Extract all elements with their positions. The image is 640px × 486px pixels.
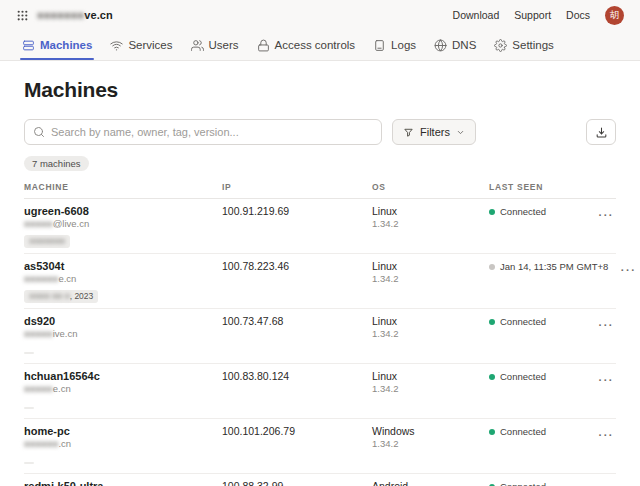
machine-owner-suffix: e.cn: [53, 383, 71, 394]
machine-name[interactable]: as5304t: [24, 260, 222, 273]
tab-label: Users: [209, 39, 239, 51]
machine-name[interactable]: ugreen-6608: [24, 205, 222, 218]
last-seen-cell: Connected: [489, 481, 586, 486]
column-header-os: OS: [372, 182, 489, 192]
status-dot: [489, 319, 495, 325]
tab-machines[interactable]: Machines: [13, 30, 101, 60]
filters-button[interactable]: Filters: [392, 119, 476, 145]
top-link-download[interactable]: Download: [453, 9, 500, 21]
search-icon: [33, 126, 45, 138]
machine-os-cell: Android 1.34.2: [372, 480, 489, 486]
machine-os-cell: Windows 1.34.2: [372, 425, 489, 450]
tailnet-switcher[interactable]: ■■■■■■■ve.cn: [16, 9, 113, 22]
chevron-down-icon: [456, 128, 465, 137]
export-machines-button[interactable]: [586, 119, 616, 145]
machine-owner: ■■■■■@live.cn: [24, 218, 222, 230]
last-seen-cell: Jan 14, 11:35 PM GMT+8: [489, 261, 608, 272]
search-box: [24, 119, 382, 145]
machine-name[interactable]: home-pc: [24, 425, 222, 438]
machine-badge: [24, 352, 34, 354]
machine-name[interactable]: hchuan16564c: [24, 370, 222, 383]
column-header-machine: MACHINE: [24, 182, 222, 192]
machine-owner-redacted: ■■■■■: [24, 383, 53, 394]
table-body: ugreen-6608 ■■■■■@live.cn ■■■■■■■ 100.91…: [24, 199, 616, 486]
machine-os: Windows: [372, 425, 489, 438]
last-seen-label: Connected: [500, 426, 546, 437]
last-seen-label: Jan 14, 11:35 PM GMT+8: [500, 261, 608, 272]
machine-ip[interactable]: 100.91.219.69: [222, 205, 372, 218]
tab-logs[interactable]: Logs: [364, 30, 425, 60]
machine-owner: ■■■■■ive.cn: [24, 328, 222, 340]
machine-name[interactable]: redmi-k50-ultra: [24, 480, 222, 486]
status-dot: [489, 374, 495, 380]
machine-version: 1.34.2: [372, 383, 489, 395]
wifi-icon: [110, 39, 123, 52]
tab-label: Machines: [40, 39, 92, 51]
table-row: ugreen-6608 ■■■■■@live.cn ■■■■■■■ 100.91…: [24, 199, 616, 254]
last-seen-cell: Connected: [489, 316, 586, 327]
last-seen-label: Connected: [500, 206, 546, 217]
tab-label: Logs: [391, 39, 416, 51]
last-seen-label: Connected: [500, 371, 546, 382]
machine-os: Linux: [372, 260, 489, 273]
top-link-support[interactable]: Support: [514, 9, 551, 21]
last-seen-label: Connected: [500, 316, 546, 327]
machine-os: Linux: [372, 370, 489, 383]
machine-ip[interactable]: 100.88.32.99: [222, 480, 372, 486]
last-seen-cell: Connected: [489, 371, 586, 382]
controls-row: Filters: [24, 119, 616, 145]
machine-ip[interactable]: 100.83.80.124: [222, 370, 372, 383]
table-row: as5304t ■■■■■■e.cn ■■■■ ■■ ■, 2023 100.7…: [24, 254, 616, 309]
machine-owner-suffix: .cn: [58, 438, 71, 449]
gear-icon: [494, 39, 507, 52]
machine-badge: ■■■■■■■: [24, 235, 70, 248]
machine-os: Android: [372, 480, 489, 486]
row-menu-button[interactable]: ···: [597, 319, 617, 332]
machine-owner-redacted: ■■■■■■: [24, 438, 58, 449]
row-menu-button[interactable]: ···: [597, 374, 617, 387]
last-seen-label: Connected: [500, 481, 546, 486]
machine-count-badge: 7 machines: [24, 156, 89, 171]
tab-access-controls[interactable]: Access controls: [248, 30, 365, 60]
table-row: ds920 ■■■■■ive.cn 100.73.47.68 Linux 1.3…: [24, 309, 616, 364]
machine-badge: [24, 407, 34, 409]
row-menu-button[interactable]: ···: [619, 264, 639, 277]
machine-cell: hchuan16564c ■■■■■e.cn: [24, 370, 222, 413]
column-header-ip: IP: [222, 182, 372, 192]
machine-version: 1.34.2: [372, 218, 489, 230]
tab-users[interactable]: Users: [182, 30, 248, 60]
logs-icon: [373, 39, 386, 52]
top-links: DownloadSupportDocs胡: [453, 6, 624, 25]
machine-owner: ■■■■■■e.cn: [24, 273, 222, 285]
machine-os-cell: Linux 1.34.2: [372, 205, 489, 230]
tab-services[interactable]: Services: [101, 30, 181, 60]
machine-os-cell: Linux 1.34.2: [372, 370, 489, 395]
page-title: Machines: [24, 78, 616, 102]
row-menu-button[interactable]: ···: [597, 209, 617, 222]
machine-cell: ds920 ■■■■■ive.cn: [24, 315, 222, 358]
table-header: MACHINE IP OS LAST SEEN: [24, 182, 616, 199]
actions-cell: ···: [597, 370, 617, 388]
machine-name[interactable]: ds920: [24, 315, 222, 328]
machines-table: MACHINE IP OS LAST SEEN ugreen-6608 ■■■■…: [24, 182, 616, 486]
machine-badge-suffix: , 2023: [70, 291, 94, 301]
last-seen-cell: Connected: [489, 206, 586, 217]
table-row: redmi-k50-ultra ■■■■■ve.cn 100.88.32.99 …: [24, 474, 616, 486]
machine-ip[interactable]: 100.78.223.46: [222, 260, 372, 273]
machine-ip[interactable]: 100.101.206.79: [222, 425, 372, 438]
tab-dns[interactable]: DNS: [425, 30, 485, 60]
machine-os: Linux: [372, 205, 489, 218]
user-avatar[interactable]: 胡: [605, 6, 624, 25]
machine-cell: ugreen-6608 ■■■■■@live.cn ■■■■■■■: [24, 205, 222, 248]
search-input[interactable]: [51, 126, 373, 138]
tailnet-name-suffix: ve.cn: [84, 9, 113, 21]
tab-label: Access controls: [275, 39, 356, 51]
top-link-docs[interactable]: Docs: [566, 9, 590, 21]
machine-version: 1.34.2: [372, 273, 489, 285]
machine-ip[interactable]: 100.73.47.68: [222, 315, 372, 328]
row-menu-button[interactable]: ···: [597, 429, 617, 442]
tab-label: Settings: [512, 39, 554, 51]
actions-cell: ···: [597, 480, 617, 486]
machine-owner-suffix: e.cn: [58, 273, 76, 284]
tab-settings[interactable]: Settings: [485, 30, 563, 60]
